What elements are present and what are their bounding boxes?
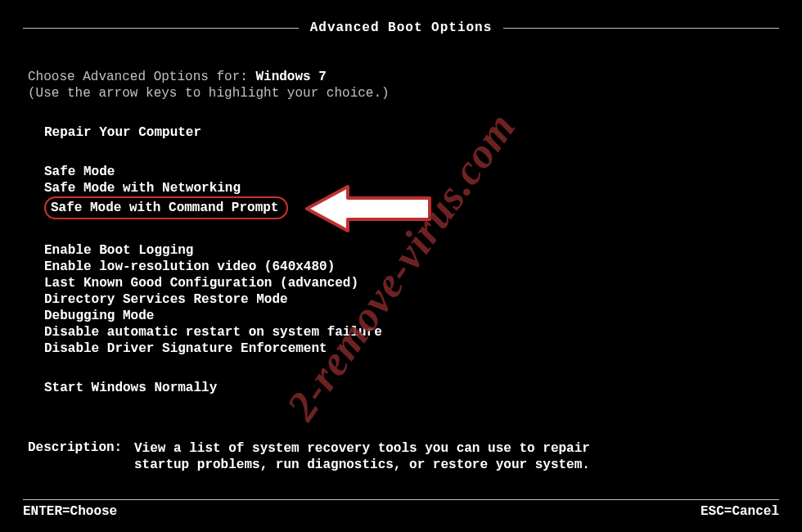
screen-title: Advanced Boot Options — [310, 20, 493, 35]
option-last-known-good[interactable]: Last Known Good Configuration (advanced) — [44, 275, 779, 291]
options-list[interactable]: Repair Your Computer Safe Mode Safe Mode… — [44, 124, 779, 396]
os-name: Windows 7 — [255, 70, 326, 84]
option-safe-mode-networking[interactable]: Safe Mode with Networking — [44, 180, 779, 196]
choose-line: Choose Advanced Options for: Windows 7 — [28, 69, 779, 85]
option-debugging[interactable]: Debugging Mode — [44, 308, 779, 324]
option-low-res-video[interactable]: Enable low-resolution video (640x480) — [44, 259, 779, 275]
option-safe-mode-command-prompt[interactable]: Safe Mode with Command Prompt — [44, 196, 779, 219]
hint-line: (Use the arrow keys to highlight your ch… — [28, 85, 779, 101]
selected-highlight: Safe Mode with Command Prompt — [44, 196, 288, 219]
option-disable-driver-sig[interactable]: Disable Driver Signature Enforcement — [44, 340, 779, 357]
option-repair[interactable]: Repair Your Computer — [44, 124, 779, 141]
choose-prefix: Choose Advanced Options for: — [28, 70, 255, 84]
footer-enter: ENTER=Choose — [23, 504, 117, 519]
option-ds-restore[interactable]: Directory Services Restore Mode — [44, 291, 779, 308]
content-area: Choose Advanced Options for: Windows 7 (… — [23, 36, 779, 473]
boot-options-screen: Advanced Boot Options Choose Advanced Op… — [23, 20, 779, 517]
option-boot-logging[interactable]: Enable Boot Logging — [44, 242, 779, 259]
description-text: View a list of system recovery tools you… — [134, 440, 592, 473]
option-safe-mode[interactable]: Safe Mode — [44, 164, 779, 180]
option-disable-auto-restart[interactable]: Disable automatic restart on system fail… — [44, 324, 779, 340]
description-label: Description: — [28, 440, 134, 473]
footer-esc: ESC=Cancel — [701, 504, 779, 519]
footer-bar: ENTER=Choose ESC=Cancel — [23, 499, 779, 517]
option-start-normally[interactable]: Start Windows Normally — [44, 380, 779, 396]
screen-title-bar: Advanced Boot Options — [23, 20, 779, 36]
description-block: Description: View a list of system recov… — [28, 440, 779, 473]
